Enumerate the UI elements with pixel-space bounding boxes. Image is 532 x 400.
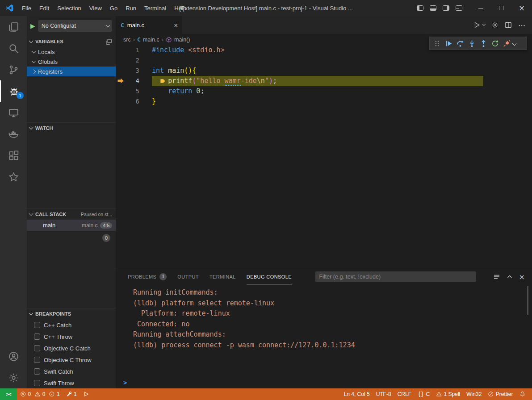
notifications-status[interactable]: [516, 388, 529, 400]
panel-tab-label: DEBUG CONSOLE: [247, 274, 292, 279]
chevron-down-icon: [29, 125, 34, 130]
activity-docker[interactable]: [0, 123, 27, 145]
disconnect-button[interactable]: [501, 38, 512, 49]
encoding-status[interactable]: UTF-8: [373, 388, 394, 400]
panel-tab-terminal[interactable]: TERMINAL: [209, 269, 236, 284]
debug-console-output: Running initCommands:(lldb) platform sel…: [116, 284, 532, 377]
activity-extensions[interactable]: [0, 145, 27, 166]
breakpoint-c-catch[interactable]: C++ Catch: [27, 319, 116, 331]
panel-scrollbar[interactable]: [527, 286, 528, 315]
breakpoint-checkbox[interactable]: [34, 368, 40, 375]
menu-selection[interactable]: Selection: [53, 2, 85, 14]
console-lines-icon[interactable]: [493, 273, 500, 280]
open-panel-icon[interactable]: [105, 38, 112, 45]
close-panel-icon[interactable]: ×: [519, 273, 525, 281]
launch-configuration-dropdown[interactable]: No Configurat: [38, 20, 112, 32]
variables-item-registers[interactable]: Registers: [27, 67, 116, 76]
minimize-button[interactable]: [470, 0, 491, 16]
more-actions-icon[interactable]: ⋯: [518, 21, 526, 29]
activity-explorer[interactable]: [0, 16, 27, 38]
close-button[interactable]: ×: [511, 0, 532, 16]
tab-main-c[interactable]: C main.c ×: [116, 16, 182, 34]
activity-search[interactable]: [0, 38, 27, 59]
error-icon: [20, 391, 26, 397]
activity-source-control[interactable]: [0, 59, 27, 80]
step-into-button[interactable]: [466, 38, 478, 49]
panel-tab-output[interactable]: OUTPUT: [177, 269, 199, 284]
toolbar-gripper[interactable]: [431, 38, 443, 49]
breadcrumb-symbol[interactable]: main(): [174, 37, 190, 43]
line-col-status[interactable]: Ln 4, Col 5: [341, 388, 373, 400]
debug-session-badge: 1: [17, 92, 24, 99]
breakpoint-checkbox[interactable]: [34, 333, 40, 340]
menu-file[interactable]: File: [18, 2, 35, 14]
customize-layout-icon[interactable]: [456, 5, 462, 11]
breakpoint-checkbox[interactable]: [34, 357, 40, 363]
maximize-panel-icon[interactable]: [506, 273, 513, 280]
toggle-secondary-sidebar-icon[interactable]: [443, 5, 449, 11]
breakpoint-objective-c-throw[interactable]: Objective C Throw: [27, 354, 116, 366]
remote-indicator[interactable]: ><: [0, 388, 17, 400]
inline-breakpoint-icon: [159, 78, 166, 84]
watch-header[interactable]: WATCH: [27, 123, 116, 133]
breakpoint-objective-c-catch[interactable]: Objective C Catch: [27, 342, 116, 354]
breakpoint-checkbox[interactable]: [34, 380, 40, 386]
spell-status[interactable]: 1 Spell: [433, 388, 463, 400]
console-filter-input[interactable]: [315, 271, 476, 282]
breakpoint-checkbox[interactable]: [34, 345, 40, 351]
toggle-sidebar-icon[interactable]: [417, 5, 423, 11]
menu-go[interactable]: Go: [106, 2, 121, 14]
maximize-button[interactable]: [491, 0, 511, 16]
variables-item-globals[interactable]: Globals: [27, 57, 116, 67]
breakpoint-swift-catch[interactable]: Swift Catch: [27, 366, 116, 377]
activity-run-and-debug[interactable]: 1: [0, 80, 27, 102]
activity-bar: 1: [0, 16, 27, 388]
toggle-panel-icon[interactable]: [430, 5, 436, 11]
panel-tab-debug-console[interactable]: DEBUG CONSOLE: [247, 269, 292, 284]
menu-run[interactable]: Run: [121, 2, 140, 14]
menu-edit[interactable]: Edit: [35, 2, 53, 14]
tools-status[interactable]: 1: [63, 388, 80, 400]
problems-status[interactable]: 0 0 1: [17, 388, 63, 400]
settings-gear-icon[interactable]: [491, 21, 498, 29]
variables-header[interactable]: VARIABLES: [27, 36, 116, 47]
tab-close-icon[interactable]: ×: [174, 21, 178, 29]
activity-accounts[interactable]: [0, 346, 27, 367]
formatter-status[interactable]: Prettier: [485, 388, 516, 400]
debug-console-input[interactable]: >: [116, 377, 532, 388]
variables-section: VARIABLES LocalsGlobalsRegisters: [27, 36, 116, 122]
run-dropdown-chevron-icon[interactable]: [482, 23, 486, 26]
variables-item-locals[interactable]: Locals: [27, 47, 116, 57]
code-editor[interactable]: 1#include <stdio.h>23int main(){4 printf…: [116, 45, 532, 269]
activity-remote-explorer[interactable]: [0, 102, 27, 123]
call-stack-header[interactable]: CALL STACK Paused on st...: [27, 209, 116, 220]
breakpoint-c-throw[interactable]: C++ Throw: [27, 331, 116, 342]
extensions-icon: [8, 150, 19, 161]
continue-button[interactable]: [443, 38, 454, 49]
start-debugging-icon[interactable]: ▶: [30, 22, 35, 29]
split-editor-icon[interactable]: [505, 21, 512, 29]
restart-button[interactable]: [489, 38, 501, 49]
eol-status[interactable]: CRLF: [394, 388, 415, 400]
step-out-button[interactable]: [478, 38, 489, 49]
disconnect-dropdown-chevron-icon[interactable]: [512, 41, 517, 46]
debug-status[interactable]: [80, 388, 92, 400]
panel-tab-problems[interactable]: PROBLEMS1: [128, 269, 167, 284]
activity-settings[interactable]: [0, 367, 27, 388]
breadcrumb-file[interactable]: main.c: [143, 37, 159, 43]
breakpoint-swift-throw[interactable]: Swift Throw: [27, 377, 116, 388]
menu-view[interactable]: View: [85, 2, 106, 14]
menu-terminal[interactable]: Terminal: [140, 2, 170, 14]
console-line: (lldb) platform select remote-linux: [133, 298, 532, 309]
run-file-icon[interactable]: [473, 21, 481, 29]
files-icon: [8, 22, 19, 32]
step-over-button[interactable]: [454, 38, 466, 49]
breakpoints-header[interactable]: BREAKPOINTS: [27, 308, 116, 319]
menu-help[interactable]: Help: [170, 2, 190, 14]
stack-frame-row[interactable]: main main.c 4:5: [27, 220, 116, 231]
platform-status[interactable]: Win32: [463, 388, 485, 400]
breadcrumb-src[interactable]: src: [123, 37, 131, 43]
breakpoint-checkbox[interactable]: [34, 322, 40, 328]
language-status[interactable]: {} C: [415, 388, 433, 400]
activity-favorites[interactable]: [0, 166, 27, 188]
